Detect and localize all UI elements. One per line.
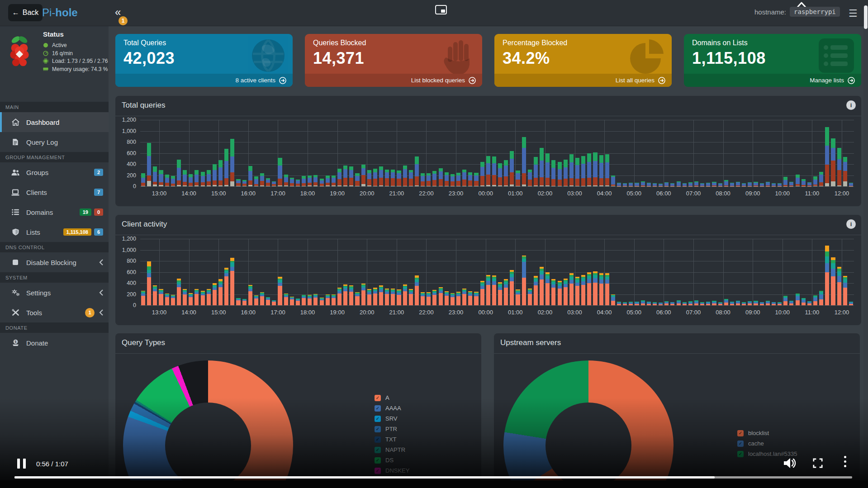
legend-item-blocklist[interactable]: ✓blocklist [737, 428, 797, 438]
sidebar-item-lists[interactable]: Lists1,115,1086 [0, 222, 109, 242]
menu-icon[interactable]: ☰ [849, 8, 858, 19]
segment-gray [575, 186, 579, 186]
segment-blue [230, 156, 234, 172]
sidebar-item-clients[interactable]: Clients7 [0, 182, 109, 202]
stacked-bar [165, 294, 169, 305]
segment-coral [159, 294, 163, 305]
stacked-bar [218, 160, 223, 186]
shield-icon [11, 228, 20, 236]
x-axis-tick: 06:00 [656, 309, 671, 316]
picture-in-picture-icon[interactable] [435, 5, 447, 14]
stacked-bar [498, 282, 502, 305]
client-activity-plot[interactable]: 02004006008001,0001,20013:0014:0015:0016… [140, 239, 854, 305]
stacked-bar [242, 180, 247, 186]
legend-item-srv[interactable]: ✓SRV [375, 413, 409, 424]
segment-green [831, 260, 835, 263]
scrollbar-thumb[interactable] [864, 5, 868, 29]
query-types-donut[interactable] [123, 360, 293, 488]
more-options-icon[interactable] [844, 456, 846, 467]
video-progress-bar[interactable] [14, 476, 852, 479]
active-clients-link[interactable]: 8 active clients [115, 74, 293, 87]
legend-item-a[interactable]: ✓A [375, 393, 409, 403]
list-all-queries-link[interactable]: List all queries [494, 74, 672, 87]
stacked-bar [700, 302, 704, 305]
stacked-bar [308, 175, 312, 186]
gridline [140, 239, 854, 239]
stacked-bar [766, 182, 770, 186]
segment-green [522, 137, 526, 148]
brand-link[interactable]: Pi-hole [42, 6, 78, 19]
segment-teal [837, 271, 841, 276]
upstream-servers-donut[interactable] [503, 360, 674, 488]
segment-gray [141, 186, 145, 186]
stacked-bar [742, 302, 746, 305]
stacked-bar [575, 277, 579, 305]
sidebar-collapse-icon[interactable]: « [115, 7, 121, 18]
x-axis-tick: 19:00 [330, 309, 345, 316]
segment-red [528, 180, 532, 186]
legend-item-txt[interactable]: ✓TXT [375, 434, 409, 445]
segment-blue [569, 280, 574, 284]
stacked-bar [599, 273, 603, 305]
manage-lists-link[interactable]: Manage lists [684, 74, 861, 87]
stat-card-domains-on-lists: Domains on Lists 1,115,108 Manage lists [684, 34, 861, 87]
sidebar-item-query-log[interactable]: Query Log [0, 132, 109, 152]
fullscreen-icon[interactable] [813, 458, 823, 468]
segment-teal [540, 271, 544, 275]
legend-item-ptr[interactable]: ✓PTR [375, 424, 409, 434]
legend-item-dnskey[interactable]: ✓DNSKEY [375, 465, 409, 476]
legend-label: TXT [385, 436, 397, 443]
stacked-bar [819, 291, 823, 305]
segment-red [415, 176, 419, 186]
sidebar-item-settings[interactable]: Settings [0, 283, 109, 303]
stacked-bar [171, 176, 175, 186]
x-axis-tick: 08:00 [716, 190, 730, 197]
info-icon[interactable]: i [846, 100, 856, 110]
volume-icon[interactable] [783, 457, 796, 469]
segment-green [349, 166, 353, 170]
segment-gray [593, 185, 597, 186]
legend-item-cache[interactable]: ✓cache [737, 438, 797, 449]
segment-green [498, 163, 502, 168]
sidebar-item-donate[interactable]: $Donate [0, 333, 109, 353]
segment-green [564, 160, 568, 167]
segment-green [189, 174, 193, 177]
stacked-bar [534, 276, 538, 305]
sidebar-item-label: Disable Blocking [26, 259, 95, 266]
stacked-bar [843, 157, 847, 186]
stacked-bar [224, 149, 228, 186]
back-button[interactable]: ← Back [8, 4, 43, 21]
stacked-bar [498, 163, 502, 186]
gridline [723, 120, 724, 186]
legend-item-aaaa[interactable]: ✓AAAA [375, 403, 409, 413]
stacked-bar [242, 299, 247, 305]
segment-blue [177, 168, 181, 180]
segment-gray [516, 186, 520, 186]
stacked-bar [688, 301, 693, 305]
total-queries-plot[interactable]: 02004006008001,0001,20013:0014:0015:0016… [140, 120, 854, 186]
stacked-bar [230, 258, 234, 305]
stacked-bar [748, 301, 752, 305]
stacked-bar [760, 183, 764, 186]
segment-gray [236, 186, 240, 186]
segment-gray [569, 185, 574, 186]
sidebar-item-groups[interactable]: Groups2 [0, 162, 109, 182]
sidebar-item-tools[interactable]: Tools1 [0, 303, 109, 322]
list-blocked-queries-link[interactable]: List blocked queries [305, 74, 482, 87]
sidebar-item-disable-blocking[interactable]: Disable Blocking [0, 252, 109, 272]
legend-item-ds[interactable]: ✓DS [375, 455, 409, 465]
sidebar-item-domains[interactable]: Domains190 [0, 202, 109, 222]
legend-label: A [385, 394, 389, 401]
x-axis-tick: 00:00 [478, 309, 493, 316]
legend-item-naptr[interactable]: ✓NAPTR [375, 445, 409, 455]
card-header: Client activity i [115, 215, 861, 235]
pause-button[interactable] [17, 459, 26, 469]
segment-blue [551, 284, 555, 288]
stacked-bar [831, 138, 835, 186]
x-axis-tick: 20:00 [360, 309, 375, 316]
info-icon[interactable]: i [846, 219, 856, 229]
segment-blue [575, 165, 579, 179]
segment-blue [504, 284, 508, 288]
stacked-bar [587, 272, 591, 305]
sidebar-item-dashboard[interactable]: Dashboard [0, 112, 109, 132]
